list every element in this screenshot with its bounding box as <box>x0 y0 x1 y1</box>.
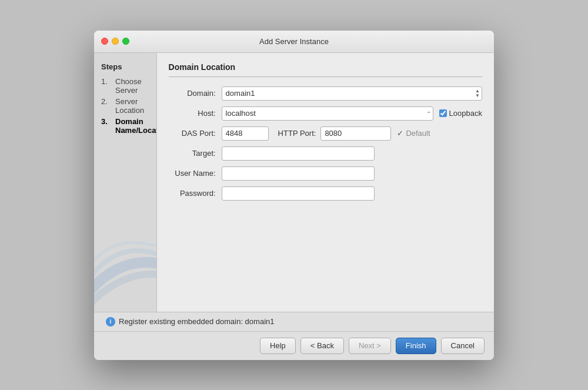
default-label: Default <box>406 129 430 138</box>
target-input[interactable] <box>222 146 375 161</box>
step-2-label: Server Location <box>115 97 149 115</box>
step-1-label: Choose Server <box>115 77 149 95</box>
step-3-num: 3. <box>101 117 113 135</box>
host-select-wrapper: localhost ⌃ <box>222 106 433 121</box>
sidebar-step-2: 2. Server Location <box>101 97 149 115</box>
traffic-lights <box>101 38 129 45</box>
host-select[interactable]: localhost <box>222 106 433 121</box>
window-title: Add Server Instance <box>259 37 329 46</box>
das-port-label: DAS Port: <box>169 129 222 138</box>
main-content: Domain Location Domain: domain1 ▲ ▼ <box>157 53 494 312</box>
step-1-num: 1. <box>101 77 113 95</box>
domain-select[interactable]: domain1 <box>222 86 482 101</box>
loopback-label: Loopback <box>449 109 482 118</box>
title-bar: Add Server Instance <box>94 31 494 53</box>
password-label: Password: <box>169 189 222 198</box>
default-check-wrapper: ✓ Default <box>397 129 430 138</box>
username-row: User Name: <box>169 166 482 181</box>
next-button[interactable]: Next > <box>349 338 391 354</box>
step-2-num: 2. <box>101 97 113 115</box>
das-port-input[interactable] <box>222 126 269 141</box>
http-port-input[interactable] <box>320 126 391 141</box>
sidebar-step-1: 1. Choose Server <box>101 77 149 95</box>
loopback-checkbox-wrapper: Loopback <box>439 109 482 118</box>
default-checkmark-icon: ✓ <box>397 129 403 138</box>
info-message: Register existing embedded domain: domai… <box>119 317 275 326</box>
domain-select-wrapper: domain1 ▲ ▼ <box>222 86 482 101</box>
sidebar-heading: Steps <box>101 62 149 71</box>
target-label: Target: <box>169 149 222 158</box>
help-button[interactable]: Help <box>260 338 296 354</box>
form-area: Domain: domain1 ▲ ▼ Host: <box>169 86 482 302</box>
info-bar: i Register existing embedded domain: dom… <box>94 312 494 331</box>
steps-list: 1. Choose Server 2. Server Location 3. D… <box>101 77 149 135</box>
button-bar: Help < Back Next > Finish Cancel <box>94 331 494 360</box>
maximize-button[interactable] <box>122 38 129 45</box>
http-port-label: HTTP Port: <box>278 129 316 138</box>
info-icon: i <box>106 317 115 326</box>
password-input[interactable] <box>222 186 375 201</box>
step-3-label: DomainName/Location <box>115 117 157 135</box>
username-label: User Name: <box>169 169 222 178</box>
port-row: DAS Port: HTTP Port: ✓ Default <box>169 126 482 141</box>
cancel-button[interactable]: Cancel <box>441 338 485 354</box>
section-title: Domain Location <box>169 62 482 77</box>
target-row: Target: <box>169 146 482 161</box>
host-row: Host: localhost ⌃ Loopback <box>169 106 482 121</box>
domain-row: Domain: domain1 ▲ ▼ <box>169 86 482 101</box>
username-input[interactable] <box>222 166 375 181</box>
host-label: Host: <box>169 109 222 118</box>
finish-button[interactable]: Finish <box>396 338 436 354</box>
sidebar: Steps 1. Choose Server 2. Server Locatio… <box>94 53 157 312</box>
window-body: Steps 1. Choose Server 2. Server Locatio… <box>94 53 494 312</box>
close-button[interactable] <box>101 38 108 45</box>
password-row: Password: <box>169 186 482 201</box>
loopback-checkbox[interactable] <box>439 109 447 117</box>
minimize-button[interactable] <box>112 38 119 45</box>
watermark-graphic <box>94 206 157 312</box>
back-button[interactable]: < Back <box>300 338 344 354</box>
sidebar-step-3: 3. DomainName/Location <box>101 117 149 135</box>
main-window: Add Server Instance Steps 1. Choose Serv… <box>94 31 494 360</box>
domain-label: Domain: <box>169 89 222 98</box>
